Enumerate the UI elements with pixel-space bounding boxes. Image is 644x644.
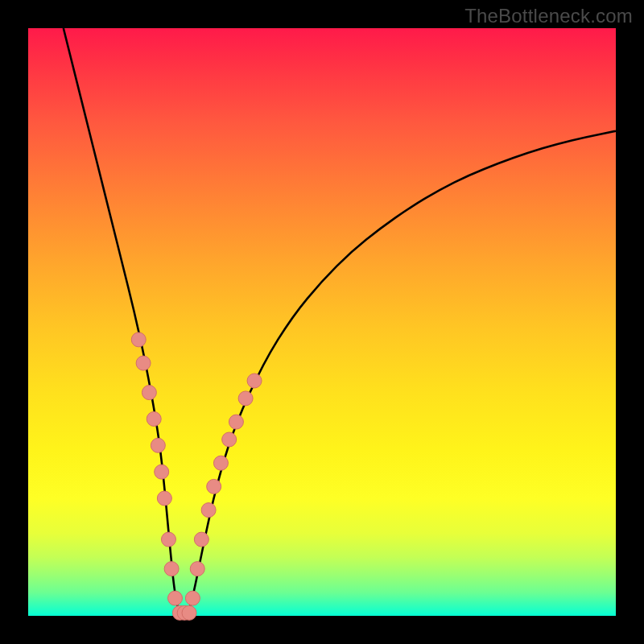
marker-point xyxy=(229,415,243,429)
curve-svg xyxy=(28,28,616,616)
bottleneck-curve xyxy=(64,28,616,616)
marker-point xyxy=(136,356,151,370)
marker-point xyxy=(190,562,204,576)
marker-point xyxy=(142,386,156,400)
marker-point xyxy=(131,332,146,347)
marker-point xyxy=(207,479,221,493)
watermark-text: TheBottleneck.com xyxy=(464,5,633,27)
marker-point xyxy=(222,432,237,447)
marker-point xyxy=(194,532,208,547)
chart-frame: TheBottleneck.com xyxy=(0,0,644,644)
plot-area xyxy=(28,28,616,616)
marker-point xyxy=(157,491,171,506)
marker-point xyxy=(147,411,161,426)
marker-point xyxy=(164,562,179,576)
marker-point xyxy=(213,456,228,470)
marker-point xyxy=(201,503,216,518)
marker-point xyxy=(247,374,262,388)
marker-point xyxy=(185,591,200,605)
marker-point xyxy=(168,591,183,605)
marker-point xyxy=(155,464,169,479)
marker-point xyxy=(161,532,175,547)
marker-point xyxy=(238,391,253,406)
marker-point xyxy=(182,605,196,620)
marker-point xyxy=(151,438,165,452)
